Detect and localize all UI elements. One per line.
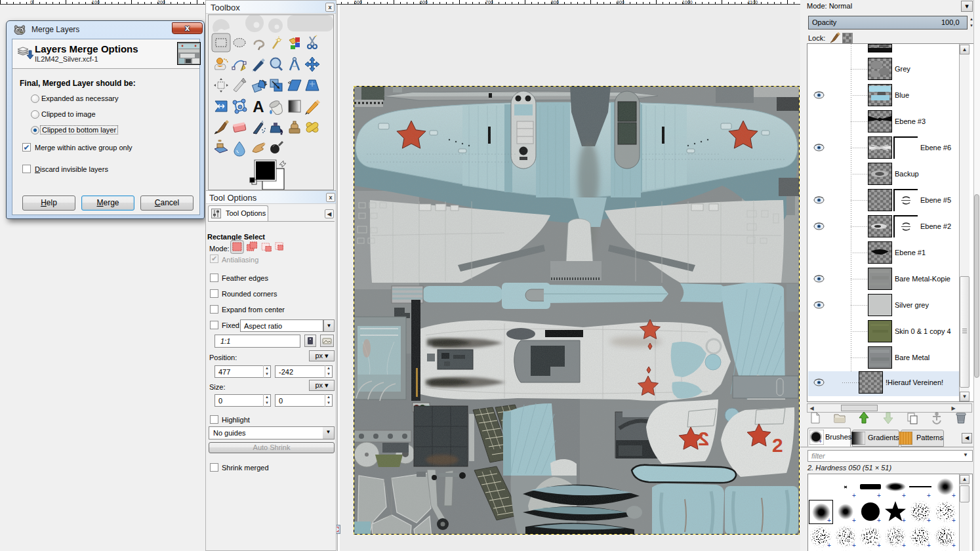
svg-text:+: + xyxy=(819,438,822,445)
svg-text:A: A xyxy=(253,98,264,115)
